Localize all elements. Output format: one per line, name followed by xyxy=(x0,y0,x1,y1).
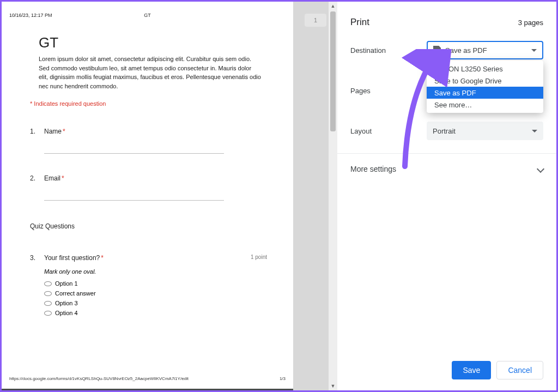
pages-label: Pages xyxy=(350,87,427,95)
option-row: Correct answer xyxy=(44,290,267,297)
q1-input-line xyxy=(44,143,224,154)
oval-icon xyxy=(44,301,52,306)
question-3: 3. Your first question?* 1 point xyxy=(30,254,267,262)
destination-option[interactable]: Save as PDF xyxy=(427,87,543,99)
destination-label: Destination xyxy=(350,46,427,55)
header-timestamp: 10/16/23, 12:17 PM xyxy=(9,13,52,18)
option-label: Option 4 xyxy=(55,310,78,316)
footer-page-number: 1/3 xyxy=(280,376,286,381)
oval-icon xyxy=(44,281,52,286)
page-footer: https://docs.google.com/forms/d/1vKsQRLS… xyxy=(9,376,286,381)
required-star: * xyxy=(101,254,104,262)
chevron-down-icon xyxy=(537,165,544,173)
layout-row: Layout Portrait xyxy=(350,122,543,140)
q2-input-line xyxy=(44,190,224,201)
destination-option[interactable]: See more… xyxy=(427,99,543,111)
more-settings-toggle[interactable]: More settings xyxy=(350,165,543,173)
section-heading: Quiz Questions xyxy=(30,222,267,230)
chevron-down-icon xyxy=(532,130,537,132)
required-indicator: * Indicates required question xyxy=(30,100,267,107)
destination-row: Destination Save as PDF EPSON L3250 Seri… xyxy=(350,41,543,59)
more-settings-label: More settings xyxy=(350,165,396,173)
save-button[interactable]: Save xyxy=(452,361,491,379)
oval-icon xyxy=(44,291,52,296)
layout-value: Portrait xyxy=(433,127,456,135)
option-label: Option 1 xyxy=(55,280,78,287)
destination-dropdown[interactable]: EPSON L3250 SeriesSave to Google DriveSa… xyxy=(427,61,543,113)
q3-hint: Mark only one oval. xyxy=(44,268,267,275)
preview-page-1: 10/16/23, 12:17 PM GT GT Lorem ipsum dol… xyxy=(2,2,293,389)
scrollbar[interactable]: ▲ ▼ xyxy=(329,2,337,390)
q1-label: Name xyxy=(44,128,62,135)
q3-label: Your first question? xyxy=(44,254,100,262)
q1-number: 1. xyxy=(30,128,38,135)
print-settings-panel: Print 3 pages Destination Save as PDF EP… xyxy=(337,2,556,390)
q3-points: 1 point xyxy=(251,254,267,260)
oval-icon xyxy=(44,311,52,316)
required-star: * xyxy=(63,128,65,135)
option-label: Correct answer xyxy=(55,290,96,297)
destination-value: Save as PDF xyxy=(445,46,487,55)
pdf-icon xyxy=(433,46,441,55)
scroll-thumb[interactable] xyxy=(330,11,336,131)
doc-description: Lorem ipsum dolor sit amet, consectetur … xyxy=(39,55,262,91)
q3-options: Option 1Correct answerOption 3Option 4 xyxy=(44,280,267,316)
chevron-down-icon xyxy=(531,49,537,52)
header-doc-name: GT xyxy=(144,13,151,18)
layout-select[interactable]: Portrait xyxy=(427,122,543,140)
destination-option[interactable]: EPSON L3250 Series xyxy=(427,63,543,75)
cancel-button[interactable]: Cancel xyxy=(496,361,543,379)
option-row: Option 3 xyxy=(44,300,267,306)
doc-title: GT xyxy=(39,34,267,51)
scroll-down-icon[interactable]: ▼ xyxy=(329,382,337,390)
panel-title: Print xyxy=(350,17,369,28)
scroll-up-icon[interactable]: ▲ xyxy=(329,2,337,10)
panel-footer: Save Cancel xyxy=(452,361,543,379)
page-count: 3 pages xyxy=(518,19,543,27)
option-row: Option 1 xyxy=(44,280,267,287)
divider xyxy=(337,153,556,154)
page-header: 10/16/23, 12:17 PM GT xyxy=(9,13,286,18)
print-preview: 10/16/23, 12:17 PM GT GT Lorem ipsum dol… xyxy=(2,2,337,390)
q3-number: 3. xyxy=(30,254,38,262)
option-row: Option 4 xyxy=(44,310,267,316)
destination-select[interactable]: Save as PDF xyxy=(427,41,543,59)
required-star: * xyxy=(62,174,64,182)
q2-number: 2. xyxy=(30,174,38,182)
layout-label: Layout xyxy=(350,127,427,135)
question-1: 1. Name* xyxy=(30,128,267,135)
q2-label: Email xyxy=(44,174,60,182)
question-2: 2. Email* xyxy=(30,174,267,182)
footer-url: https://docs.google.com/forms/d/1vKsQRLS… xyxy=(9,376,189,381)
page-number-tab[interactable]: 1 xyxy=(305,14,326,27)
preview-gutter: 1 ▲ ▼ xyxy=(293,2,337,390)
option-label: Option 3 xyxy=(55,300,78,306)
destination-option[interactable]: Save to Google Drive xyxy=(427,75,543,87)
